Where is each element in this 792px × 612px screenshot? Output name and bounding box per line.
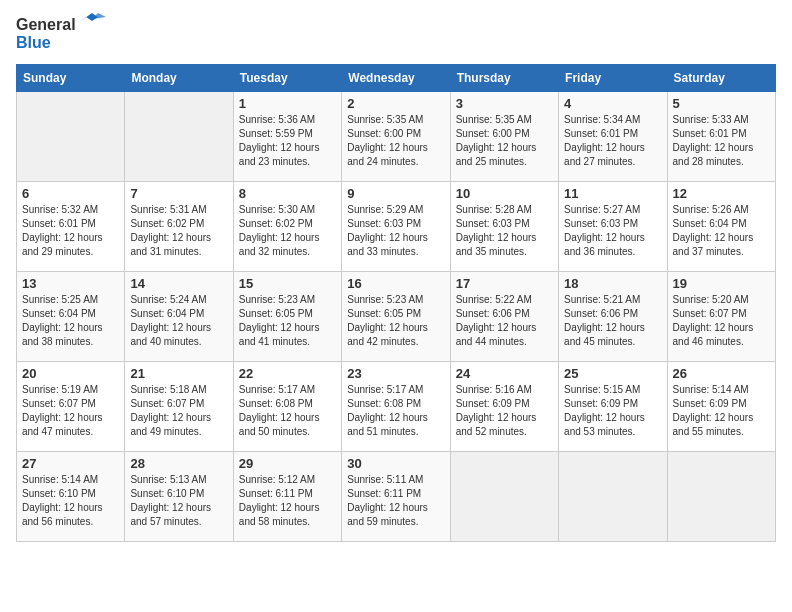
day-info: Sunrise: 5:36 AMSunset: 5:59 PMDaylight:… bbox=[239, 113, 336, 169]
calendar-day-cell bbox=[125, 92, 233, 182]
day-info: Sunrise: 5:22 AMSunset: 6:06 PMDaylight:… bbox=[456, 293, 553, 349]
calendar-day-cell: 19Sunrise: 5:20 AMSunset: 6:07 PMDayligh… bbox=[667, 272, 775, 362]
calendar-week-row: 13Sunrise: 5:25 AMSunset: 6:04 PMDayligh… bbox=[17, 272, 776, 362]
day-number: 8 bbox=[239, 186, 336, 201]
day-number: 3 bbox=[456, 96, 553, 111]
calendar-week-row: 6Sunrise: 5:32 AMSunset: 6:01 PMDaylight… bbox=[17, 182, 776, 272]
day-number: 11 bbox=[564, 186, 661, 201]
day-info: Sunrise: 5:16 AMSunset: 6:09 PMDaylight:… bbox=[456, 383, 553, 439]
day-number: 24 bbox=[456, 366, 553, 381]
day-info: Sunrise: 5:24 AMSunset: 6:04 PMDaylight:… bbox=[130, 293, 227, 349]
day-number: 18 bbox=[564, 276, 661, 291]
day-number: 30 bbox=[347, 456, 444, 471]
calendar-week-row: 1Sunrise: 5:36 AMSunset: 5:59 PMDaylight… bbox=[17, 92, 776, 182]
calendar-day-cell: 18Sunrise: 5:21 AMSunset: 6:06 PMDayligh… bbox=[559, 272, 667, 362]
calendar-day-cell: 24Sunrise: 5:16 AMSunset: 6:09 PMDayligh… bbox=[450, 362, 558, 452]
calendar-day-cell: 27Sunrise: 5:14 AMSunset: 6:10 PMDayligh… bbox=[17, 452, 125, 542]
calendar-day-cell: 10Sunrise: 5:28 AMSunset: 6:03 PMDayligh… bbox=[450, 182, 558, 272]
day-number: 28 bbox=[130, 456, 227, 471]
day-info: Sunrise: 5:17 AMSunset: 6:08 PMDaylight:… bbox=[347, 383, 444, 439]
calendar-day-cell: 4Sunrise: 5:34 AMSunset: 6:01 PMDaylight… bbox=[559, 92, 667, 182]
day-number: 21 bbox=[130, 366, 227, 381]
calendar-day-cell: 17Sunrise: 5:22 AMSunset: 6:06 PMDayligh… bbox=[450, 272, 558, 362]
calendar-day-cell bbox=[17, 92, 125, 182]
day-number: 22 bbox=[239, 366, 336, 381]
calendar-day-cell: 8Sunrise: 5:30 AMSunset: 6:02 PMDaylight… bbox=[233, 182, 341, 272]
day-number: 13 bbox=[22, 276, 119, 291]
day-number: 16 bbox=[347, 276, 444, 291]
calendar-day-cell: 14Sunrise: 5:24 AMSunset: 6:04 PMDayligh… bbox=[125, 272, 233, 362]
day-of-week-header: Tuesday bbox=[233, 65, 341, 92]
day-number: 26 bbox=[673, 366, 770, 381]
calendar-day-cell: 1Sunrise: 5:36 AMSunset: 5:59 PMDaylight… bbox=[233, 92, 341, 182]
day-number: 14 bbox=[130, 276, 227, 291]
day-info: Sunrise: 5:29 AMSunset: 6:03 PMDaylight:… bbox=[347, 203, 444, 259]
day-info: Sunrise: 5:28 AMSunset: 6:03 PMDaylight:… bbox=[456, 203, 553, 259]
calendar-day-cell: 2Sunrise: 5:35 AMSunset: 6:00 PMDaylight… bbox=[342, 92, 450, 182]
calendar-day-cell bbox=[559, 452, 667, 542]
day-info: Sunrise: 5:12 AMSunset: 6:11 PMDaylight:… bbox=[239, 473, 336, 529]
day-of-week-header: Wednesday bbox=[342, 65, 450, 92]
day-number: 4 bbox=[564, 96, 661, 111]
calendar-day-cell: 13Sunrise: 5:25 AMSunset: 6:04 PMDayligh… bbox=[17, 272, 125, 362]
day-info: Sunrise: 5:27 AMSunset: 6:03 PMDaylight:… bbox=[564, 203, 661, 259]
day-info: Sunrise: 5:34 AMSunset: 6:01 PMDaylight:… bbox=[564, 113, 661, 169]
day-info: Sunrise: 5:14 AMSunset: 6:09 PMDaylight:… bbox=[673, 383, 770, 439]
page-header: General Blue bbox=[16, 16, 776, 52]
calendar-table: SundayMondayTuesdayWednesdayThursdayFrid… bbox=[16, 64, 776, 542]
day-number: 5 bbox=[673, 96, 770, 111]
day-number: 19 bbox=[673, 276, 770, 291]
logo-blue: Blue bbox=[16, 34, 51, 52]
day-info: Sunrise: 5:23 AMSunset: 6:05 PMDaylight:… bbox=[347, 293, 444, 349]
day-number: 10 bbox=[456, 186, 553, 201]
day-of-week-header: Friday bbox=[559, 65, 667, 92]
svg-marker-0 bbox=[78, 13, 106, 23]
calendar-day-cell: 26Sunrise: 5:14 AMSunset: 6:09 PMDayligh… bbox=[667, 362, 775, 452]
day-info: Sunrise: 5:11 AMSunset: 6:11 PMDaylight:… bbox=[347, 473, 444, 529]
day-number: 1 bbox=[239, 96, 336, 111]
day-number: 15 bbox=[239, 276, 336, 291]
calendar-day-cell: 5Sunrise: 5:33 AMSunset: 6:01 PMDaylight… bbox=[667, 92, 775, 182]
day-number: 12 bbox=[673, 186, 770, 201]
calendar-day-cell: 3Sunrise: 5:35 AMSunset: 6:00 PMDaylight… bbox=[450, 92, 558, 182]
day-info: Sunrise: 5:23 AMSunset: 6:05 PMDaylight:… bbox=[239, 293, 336, 349]
day-number: 23 bbox=[347, 366, 444, 381]
day-info: Sunrise: 5:15 AMSunset: 6:09 PMDaylight:… bbox=[564, 383, 661, 439]
calendar-day-cell: 16Sunrise: 5:23 AMSunset: 6:05 PMDayligh… bbox=[342, 272, 450, 362]
day-number: 2 bbox=[347, 96, 444, 111]
calendar-day-cell: 20Sunrise: 5:19 AMSunset: 6:07 PMDayligh… bbox=[17, 362, 125, 452]
calendar-day-cell: 6Sunrise: 5:32 AMSunset: 6:01 PMDaylight… bbox=[17, 182, 125, 272]
calendar-day-cell: 23Sunrise: 5:17 AMSunset: 6:08 PMDayligh… bbox=[342, 362, 450, 452]
calendar-day-cell: 11Sunrise: 5:27 AMSunset: 6:03 PMDayligh… bbox=[559, 182, 667, 272]
day-number: 25 bbox=[564, 366, 661, 381]
day-of-week-header: Monday bbox=[125, 65, 233, 92]
day-info: Sunrise: 5:18 AMSunset: 6:07 PMDaylight:… bbox=[130, 383, 227, 439]
day-info: Sunrise: 5:25 AMSunset: 6:04 PMDaylight:… bbox=[22, 293, 119, 349]
calendar-day-cell: 28Sunrise: 5:13 AMSunset: 6:10 PMDayligh… bbox=[125, 452, 233, 542]
day-number: 20 bbox=[22, 366, 119, 381]
day-of-week-header: Saturday bbox=[667, 65, 775, 92]
day-info: Sunrise: 5:17 AMSunset: 6:08 PMDaylight:… bbox=[239, 383, 336, 439]
day-of-week-header: Sunday bbox=[17, 65, 125, 92]
day-info: Sunrise: 5:13 AMSunset: 6:10 PMDaylight:… bbox=[130, 473, 227, 529]
calendar-header: SundayMondayTuesdayWednesdayThursdayFrid… bbox=[17, 65, 776, 92]
day-info: Sunrise: 5:21 AMSunset: 6:06 PMDaylight:… bbox=[564, 293, 661, 349]
calendar-day-cell bbox=[450, 452, 558, 542]
day-number: 7 bbox=[130, 186, 227, 201]
day-info: Sunrise: 5:26 AMSunset: 6:04 PMDaylight:… bbox=[673, 203, 770, 259]
day-info: Sunrise: 5:32 AMSunset: 6:01 PMDaylight:… bbox=[22, 203, 119, 259]
day-of-week-header: Thursday bbox=[450, 65, 558, 92]
calendar-day-cell bbox=[667, 452, 775, 542]
day-info: Sunrise: 5:35 AMSunset: 6:00 PMDaylight:… bbox=[347, 113, 444, 169]
day-info: Sunrise: 5:14 AMSunset: 6:10 PMDaylight:… bbox=[22, 473, 119, 529]
calendar-day-cell: 9Sunrise: 5:29 AMSunset: 6:03 PMDaylight… bbox=[342, 182, 450, 272]
day-info: Sunrise: 5:30 AMSunset: 6:02 PMDaylight:… bbox=[239, 203, 336, 259]
day-number: 29 bbox=[239, 456, 336, 471]
calendar-day-cell: 21Sunrise: 5:18 AMSunset: 6:07 PMDayligh… bbox=[125, 362, 233, 452]
day-info: Sunrise: 5:20 AMSunset: 6:07 PMDaylight:… bbox=[673, 293, 770, 349]
day-number: 27 bbox=[22, 456, 119, 471]
header-row: SundayMondayTuesdayWednesdayThursdayFrid… bbox=[17, 65, 776, 92]
calendar-day-cell: 29Sunrise: 5:12 AMSunset: 6:11 PMDayligh… bbox=[233, 452, 341, 542]
day-number: 6 bbox=[22, 186, 119, 201]
day-info: Sunrise: 5:35 AMSunset: 6:00 PMDaylight:… bbox=[456, 113, 553, 169]
